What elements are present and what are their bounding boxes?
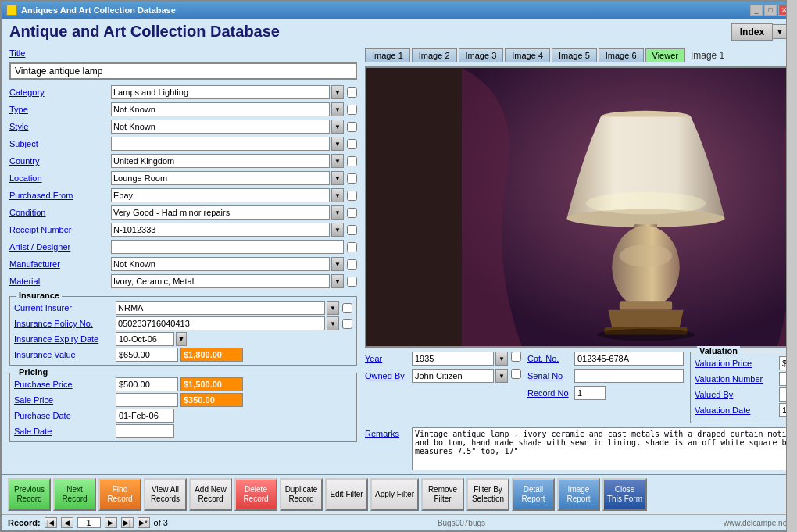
insurance-value-label[interactable]: Insurance Value (14, 350, 116, 359)
remove-filter-button[interactable]: Remove Filter (421, 478, 464, 511)
next-record-button[interactable]: Next Record (53, 478, 96, 511)
sale-price-input-2[interactable] (180, 393, 243, 407)
purchase-date-input[interactable] (116, 409, 174, 423)
minimize-button[interactable]: _ (750, 5, 763, 16)
country-checkbox[interactable] (347, 156, 357, 166)
nav-last-button[interactable]: ▶| (121, 517, 134, 528)
owned-by-checkbox[interactable] (511, 369, 521, 379)
category-label[interactable]: Category (9, 87, 111, 97)
condition-checkbox[interactable] (347, 208, 357, 218)
image-tab-5[interactable]: Image 5 (552, 48, 597, 62)
subject-input[interactable] (111, 137, 330, 151)
style-checkbox[interactable] (347, 122, 357, 132)
condition-label[interactable]: Condition (9, 208, 111, 217)
policy-no-dropdown-arrow[interactable]: ▼ (327, 316, 339, 330)
year-label[interactable]: Year (365, 354, 412, 363)
current-insurer-dropdown-arrow[interactable]: ▼ (327, 301, 339, 315)
material-checkbox[interactable] (347, 277, 357, 287)
record-no-label[interactable]: Record No (527, 388, 574, 398)
subject-label[interactable]: Subject (9, 139, 111, 148)
viewer-tab[interactable]: Viewer (645, 48, 685, 62)
manufacturer-input[interactable] (111, 257, 330, 271)
condition-input[interactable] (111, 205, 330, 220)
purchased-from-dropdown-arrow[interactable]: ▼ (331, 188, 344, 202)
purchase-price-input-2[interactable] (180, 377, 243, 391)
style-label[interactable]: Style (9, 122, 111, 131)
nav-first-button[interactable]: |◀ (45, 517, 57, 528)
country-input[interactable] (111, 154, 330, 168)
current-insurer-label[interactable]: Current Insurer (14, 303, 116, 312)
location-label[interactable]: Location (9, 173, 111, 183)
record-no-input[interactable] (574, 386, 606, 400)
manufacturer-label[interactable]: Manufacturer (9, 259, 111, 269)
type-dropdown-arrow[interactable]: ▼ (331, 102, 344, 116)
image-tab-6[interactable]: Image 6 (599, 48, 644, 62)
nav-current-input[interactable] (77, 517, 101, 528)
previous-record-button[interactable]: Previous Record (8, 478, 51, 511)
purchase-date-label[interactable]: Purchase Date (14, 411, 116, 420)
current-insurer-input[interactable] (116, 301, 325, 315)
image-tab-2[interactable]: Image 2 (412, 48, 457, 62)
material-label[interactable]: Material (9, 277, 111, 286)
year-input[interactable] (412, 352, 494, 366)
nav-next-button[interactable]: ▶ (105, 517, 117, 528)
year-dropdown-arrow[interactable]: ▼ (495, 352, 508, 366)
sale-date-label[interactable]: Sale Date (14, 427, 116, 436)
image-report-button[interactable]: Image Report (557, 478, 600, 511)
policy-no-input[interactable] (116, 316, 325, 330)
edit-filter-button[interactable]: Edit Filter (325, 478, 368, 511)
valuation-number-label[interactable]: Valuation Number (695, 374, 777, 384)
remarks-label[interactable]: Remarks (365, 427, 408, 438)
receipt-number-input[interactable] (111, 223, 330, 237)
style-dropdown-arrow[interactable]: ▼ (331, 120, 344, 134)
serial-no-input[interactable] (574, 369, 684, 383)
category-input[interactable]: Lamps and Lighting (111, 85, 330, 99)
material-input[interactable] (111, 274, 330, 288)
owned-by-dropdown-arrow[interactable]: ▼ (495, 369, 508, 383)
nav-prev-button[interactable]: ◀ (61, 517, 73, 528)
policy-no-checkbox[interactable] (342, 319, 352, 329)
condition-dropdown-arrow[interactable]: ▼ (331, 205, 344, 220)
nav-new-button[interactable]: ▶* (138, 517, 150, 528)
material-dropdown-arrow[interactable]: ▼ (331, 274, 344, 288)
purchase-price-label[interactable]: Purchase Price (14, 380, 116, 389)
purchased-from-input[interactable] (111, 188, 330, 202)
valuation-price-label[interactable]: Valuation Price (695, 359, 777, 368)
purchased-from-label[interactable]: Purchased From (9, 191, 111, 200)
image-tab-3[interactable]: Image 3 (459, 48, 504, 62)
receipt-number-checkbox[interactable] (347, 225, 357, 235)
location-dropdown-arrow[interactable]: ▼ (331, 171, 344, 185)
title-input[interactable]: Vintage antique lamp (9, 62, 357, 80)
close-this-form-button[interactable]: Close This Form (602, 478, 647, 511)
category-checkbox[interactable] (347, 87, 357, 98)
category-dropdown-arrow[interactable]: ▼ (331, 85, 344, 99)
valuation-date-label[interactable]: Valuation Date (695, 405, 777, 415)
remarks-textarea[interactable]: Vintage antique lamp , ivory ceramic and… (412, 427, 795, 470)
type-input[interactable]: Not Known (111, 102, 330, 116)
image-tab-1[interactable]: Image 1 (365, 48, 410, 62)
style-input[interactable] (111, 120, 330, 134)
apply-filter-button[interactable]: Apply Filter (370, 478, 419, 511)
insurance-value-input-2[interactable] (180, 348, 243, 362)
current-insurer-checkbox[interactable] (342, 303, 352, 313)
sale-date-input[interactable] (116, 424, 174, 438)
duplicate-record-button[interactable]: Duplicate Record (280, 478, 323, 511)
cat-no-label[interactable]: Cat. No. (527, 354, 574, 363)
expiry-date-input[interactable] (116, 332, 174, 346)
subject-checkbox[interactable] (347, 139, 357, 149)
artist-designer-checkbox[interactable] (347, 242, 357, 252)
view-all-records-button[interactable]: View All Records (144, 478, 187, 511)
valued-by-label[interactable]: Valued By (695, 390, 777, 399)
artist-designer-input[interactable] (111, 240, 344, 254)
purchased-from-checkbox[interactable] (347, 191, 357, 201)
remarks-scrollbar[interactable] (786, 45, 795, 474)
delete-record-button[interactable]: Delete Record (234, 478, 277, 511)
location-checkbox[interactable] (347, 173, 357, 184)
find-record-button[interactable]: Find Record (98, 478, 141, 511)
cat-no-input[interactable] (574, 352, 684, 366)
country-dropdown-arrow[interactable]: ▼ (331, 154, 344, 168)
owned-by-input[interactable] (412, 369, 494, 383)
location-input[interactable] (111, 171, 330, 185)
country-label[interactable]: Country (9, 156, 111, 166)
receipt-number-dropdown-arrow[interactable]: ▼ (331, 223, 344, 237)
